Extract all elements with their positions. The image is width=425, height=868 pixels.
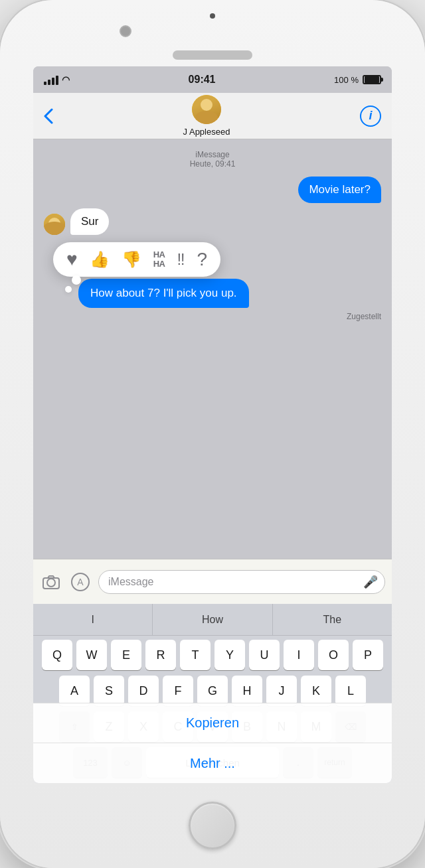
- tapback-thumbs-up[interactable]: 👍: [90, 250, 110, 269]
- key-h[interactable]: H: [232, 676, 262, 706]
- key-f[interactable]: F: [163, 676, 193, 706]
- svg-point-0: [47, 579, 55, 587]
- key-s[interactable]: S: [94, 676, 124, 706]
- received-avatar: [44, 214, 65, 235]
- context-menu: Kopieren Mehr ...: [33, 703, 392, 783]
- key-row-2: A S D F G H J K L: [36, 676, 389, 706]
- nav-center: J Appleseed: [183, 95, 230, 137]
- svg-text:A: A: [77, 577, 84, 587]
- apps-button[interactable]: A: [69, 571, 92, 593]
- phone-camera: [120, 25, 131, 37]
- key-l[interactable]: L: [335, 676, 366, 706]
- predictive-item-3[interactable]: The: [273, 604, 392, 635]
- key-k[interactable]: K: [301, 676, 331, 706]
- tapback-exclaim[interactable]: ‼: [177, 250, 185, 269]
- phone-speaker: [173, 50, 252, 60]
- phone-frame: ◠ 09:41 100 % J Appleseed: [0, 0, 425, 868]
- tapback-thumbs-down[interactable]: 👎: [122, 250, 141, 269]
- status-right: 100 %: [334, 75, 381, 85]
- wifi-icon: ◠: [62, 74, 70, 85]
- key-y[interactable]: Y: [214, 640, 245, 670]
- phone-screen: ◠ 09:41 100 % J Appleseed: [33, 66, 392, 783]
- tapback-question[interactable]: ?: [197, 249, 207, 270]
- message-placeholder: iMessage: [108, 576, 153, 588]
- key-u[interactable]: U: [249, 640, 280, 670]
- battery-percent: 100 %: [334, 75, 359, 85]
- sent-message-1[interactable]: Movie later?: [298, 177, 381, 203]
- status-left: ◠: [44, 74, 70, 85]
- avatar-image: [192, 95, 221, 124]
- delivered-label: Zugestellt: [347, 312, 381, 321]
- key-d[interactable]: D: [128, 676, 159, 706]
- info-button[interactable]: i: [360, 106, 381, 127]
- received-message-row-1: Sur: [44, 208, 381, 235]
- key-g[interactable]: G: [197, 676, 228, 706]
- key-o[interactable]: O: [318, 640, 349, 670]
- tapback-popup: ♥ 👍 👎 HA HA ‼ ?: [53, 242, 220, 277]
- received-avatar-img: [44, 214, 65, 235]
- battery-icon: [363, 75, 381, 84]
- message-input[interactable]: iMessage 🎤: [98, 570, 385, 594]
- signal-bar-4: [56, 76, 58, 85]
- status-time: 09:41: [189, 74, 216, 86]
- predictive-item-2[interactable]: How: [153, 604, 272, 635]
- key-row-1: Q W E R T Y U I O P: [36, 640, 389, 670]
- key-p[interactable]: P: [353, 640, 383, 670]
- kopieren-button[interactable]: Kopieren: [33, 703, 392, 743]
- key-r[interactable]: R: [145, 640, 176, 670]
- key-j[interactable]: J: [266, 676, 297, 706]
- sent-message-highlighted[interactable]: How about 7? I'll pick you up.: [78, 279, 249, 308]
- input-area: A iMessage 🎤: [33, 559, 392, 604]
- back-button[interactable]: [44, 108, 53, 124]
- key-e[interactable]: E: [111, 640, 141, 670]
- tapback-haha[interactable]: HA HA: [153, 250, 165, 269]
- phone-top-bar: [0, 0, 425, 66]
- signal-bars: [44, 74, 58, 85]
- key-i[interactable]: I: [284, 640, 314, 670]
- mic-button[interactable]: 🎤: [363, 575, 378, 589]
- key-a[interactable]: A: [59, 676, 90, 706]
- key-w[interactable]: W: [76, 640, 107, 670]
- mehr-button[interactable]: Mehr ...: [33, 743, 392, 783]
- key-q[interactable]: Q: [42, 640, 72, 670]
- phone-bottom: [0, 783, 425, 868]
- date-label: iMessage Heute, 09:41: [44, 150, 381, 169]
- tapback-heart[interactable]: ♥: [66, 249, 78, 270]
- message-area: iMessage Heute, 09:41 Movie later? Sur ♥…: [33, 139, 392, 559]
- signal-bar-1: [44, 82, 46, 85]
- predictive-bar: I How The: [33, 604, 392, 636]
- camera-button[interactable]: [40, 571, 62, 593]
- status-bar: ◠ 09:41 100 %: [33, 66, 392, 93]
- received-message-partial[interactable]: Sur: [70, 208, 109, 235]
- battery-fill: [365, 76, 379, 83]
- avatar: [192, 95, 221, 124]
- signal-bar-3: [52, 78, 54, 85]
- contact-name: J Appleseed: [183, 127, 230, 137]
- key-t[interactable]: T: [180, 640, 211, 670]
- home-button[interactable]: [189, 802, 236, 849]
- predictive-item-1[interactable]: I: [33, 604, 153, 635]
- nav-bar: J Appleseed i: [33, 93, 392, 139]
- signal-bar-2: [48, 80, 50, 85]
